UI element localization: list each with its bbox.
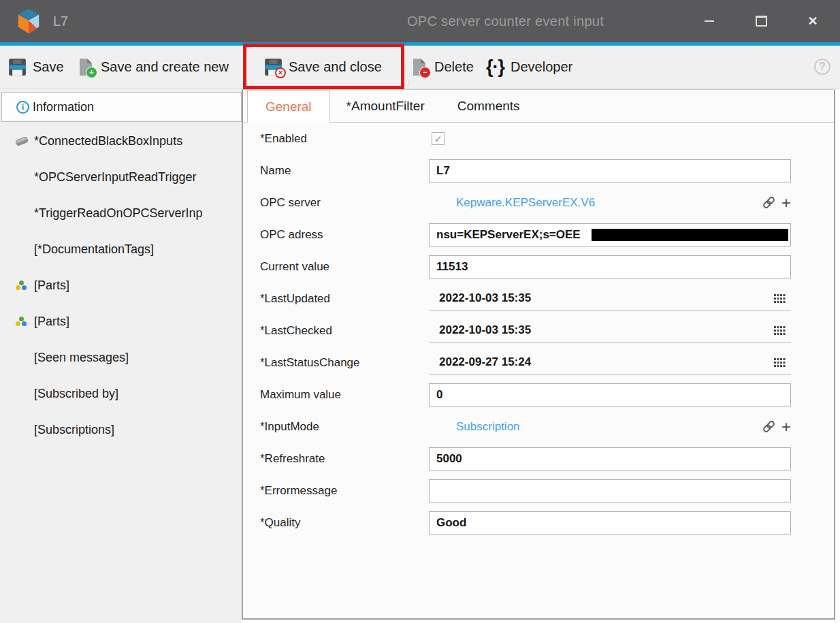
form-row-input-mode: *InputMode Subscription + bbox=[243, 411, 834, 443]
nav-label: *TriggerReadOnOPCServerInp bbox=[34, 206, 202, 221]
developer-button[interactable]: {·} Developer bbox=[486, 46, 572, 89]
last-status-change-field[interactable]: 2022-09-27 15:24 bbox=[429, 351, 791, 374]
form-row-opc-server: OPC server Kepware.KEPServerEX.V6 bbox=[243, 187, 834, 219]
help-icon[interactable]: ? bbox=[814, 59, 830, 75]
form-row-last-status-change: *LastStatusChange 2022-09-27 15:24 bbox=[243, 347, 834, 379]
nav-label: [Seen messages] bbox=[34, 351, 129, 365]
tab-comments[interactable]: Comments bbox=[441, 90, 536, 122]
sidebar-item-connected-blackbox-inputs[interactable]: *ConnectedBlackBoxInputs bbox=[0, 123, 242, 159]
tab-label: Comments bbox=[457, 99, 520, 114]
enabled-label: *Enabled bbox=[260, 132, 429, 146]
link-reference-icon[interactable] bbox=[761, 195, 777, 210]
add-reference-icon[interactable]: + bbox=[781, 419, 791, 435]
checkmark-icon: ✓ bbox=[434, 133, 442, 144]
redaction-overlay bbox=[592, 229, 788, 241]
sidebar-nav: *ConnectedBlackBoxInputs *OPCServerInput… bbox=[0, 123, 242, 448]
refresh-rate-label: *Refreshrate bbox=[260, 452, 429, 466]
information-label: Information bbox=[33, 100, 94, 114]
form-row-last-checked: *LastChecked 2022-10-03 15:35 bbox=[243, 315, 834, 347]
opc-address-label: OPC adress bbox=[260, 228, 429, 242]
refresh-rate-field[interactable] bbox=[429, 447, 791, 470]
last-checked-field[interactable]: 2022-10-03 15:35 bbox=[429, 319, 791, 342]
form-row-refresh-rate: *Refreshrate bbox=[243, 443, 834, 475]
window-title: OPC server counter event input bbox=[407, 0, 604, 42]
opc-server-link[interactable]: Kepware.KEPServerEX.V6 bbox=[456, 196, 595, 210]
form-row-quality: *Quality bbox=[243, 507, 834, 539]
form-row-opc-address: OPC adress bbox=[243, 219, 834, 251]
sidebar-item-subscribed-by[interactable]: [Subscribed by] bbox=[0, 376, 242, 412]
sidebar-item-subscriptions[interactable]: [Subscriptions] bbox=[0, 412, 242, 448]
link-reference-icon[interactable] bbox=[761, 419, 777, 434]
add-reference-icon[interactable]: + bbox=[781, 195, 791, 211]
name-label: Name bbox=[260, 164, 429, 178]
last-status-change-label: *LastStatusChange bbox=[260, 356, 429, 370]
error-message-field[interactable] bbox=[429, 479, 791, 502]
sidebar-item-trigger-read-on-opcserver[interactable]: *TriggerReadOnOPCServerInp bbox=[0, 195, 242, 231]
sidebar-item-seen-messages[interactable]: [Seen messages] bbox=[0, 340, 242, 376]
maximize-button[interactable] bbox=[749, 0, 773, 42]
general-form: *Enabled ✓ Name OPC server Kepware.KEPSe… bbox=[243, 123, 834, 539]
sidebar-item-opcserver-input-read-trigger[interactable]: *OPCServerInputReadTrigger bbox=[0, 159, 242, 195]
delete-label: Delete bbox=[434, 59, 474, 75]
current-value-field[interactable] bbox=[429, 255, 791, 278]
maximum-value-field[interactable] bbox=[429, 383, 791, 406]
developer-label: Developer bbox=[511, 59, 572, 75]
date-picker-grid-icon[interactable] bbox=[774, 294, 786, 303]
nav-label: *ConnectedBlackBoxInputs bbox=[34, 134, 182, 148]
input-mode-link[interactable]: Subscription bbox=[456, 420, 520, 434]
input-mode-label: *InputMode bbox=[260, 420, 429, 434]
close-badge-icon: ✕ bbox=[275, 67, 286, 78]
save-and-create-new-label: Save and create new bbox=[101, 59, 229, 75]
form-row-maximum-value: Maximum value bbox=[243, 379, 834, 411]
minimize-button[interactable] bbox=[698, 0, 721, 42]
form-row-error-message: *Errormessage bbox=[243, 475, 834, 507]
last-updated-field[interactable]: 2022-10-03 15:35 bbox=[429, 287, 791, 310]
tab-bar: General *AmountFilter Comments bbox=[243, 90, 834, 123]
nav-label: [Subscriptions] bbox=[34, 423, 114, 437]
toolbar: Save + Save and create new ✕ bbox=[0, 46, 840, 89]
sidebar: i Information *ConnectedBlackBoxInputs *… bbox=[0, 89, 242, 623]
document-plus-icon: + bbox=[76, 58, 95, 76]
connector-icon bbox=[15, 136, 29, 146]
date-picker-grid-icon[interactable] bbox=[774, 358, 786, 367]
code-braces-icon: {·} bbox=[486, 57, 504, 78]
close-icon: ✕ bbox=[807, 15, 818, 27]
save-and-close-button[interactable]: ✕ Save and close bbox=[264, 46, 382, 89]
sidebar-item-information[interactable]: i Information bbox=[1, 92, 242, 122]
sidebar-item-parts-2[interactable]: [Parts] bbox=[0, 304, 242, 340]
sidebar-item-parts-1[interactable]: [Parts] bbox=[0, 268, 242, 304]
app-window: L7 OPC server counter event input ✕ Save bbox=[0, 0, 840, 623]
nav-label: *OPCServerInputReadTrigger bbox=[34, 170, 196, 185]
close-button[interactable]: ✕ bbox=[801, 0, 824, 42]
quality-field[interactable] bbox=[429, 511, 791, 534]
parts-icon bbox=[16, 281, 28, 291]
form-row-name: Name bbox=[243, 155, 834, 187]
minimize-icon bbox=[705, 20, 714, 22]
last-checked-value: 2022-10-03 15:35 bbox=[439, 323, 531, 337]
last-status-change-value: 2022-09-27 15:24 bbox=[439, 355, 531, 369]
content-panel: General *AmountFilter Comments *Enabled … bbox=[242, 89, 835, 620]
enabled-checkbox[interactable]: ✓ bbox=[432, 132, 445, 145]
delete-button[interactable]: − Delete bbox=[410, 46, 474, 89]
error-message-label: *Errormessage bbox=[260, 484, 429, 498]
last-checked-label: *LastChecked bbox=[260, 324, 429, 338]
form-row-last-updated: *LastUpdated 2022-10-03 15:35 bbox=[243, 283, 834, 315]
save-button[interactable]: Save bbox=[8, 46, 64, 89]
date-picker-grid-icon[interactable] bbox=[774, 326, 786, 335]
name-field[interactable] bbox=[429, 159, 791, 182]
tab-general[interactable]: General bbox=[247, 90, 330, 123]
last-updated-value: 2022-10-03 15:35 bbox=[439, 291, 531, 305]
maximize-icon bbox=[756, 16, 767, 27]
nav-label: [Parts] bbox=[34, 278, 69, 293]
maximum-value-label: Maximum value bbox=[260, 388, 429, 402]
tab-label: *AmountFilter bbox=[346, 99, 425, 114]
form-row-enabled: *Enabled ✓ bbox=[243, 123, 834, 155]
save-and-create-new-button[interactable]: + Save and create new bbox=[76, 46, 229, 89]
opc-server-label: OPC server bbox=[260, 196, 429, 210]
current-value-label: Current value bbox=[260, 260, 429, 274]
tab-label: General bbox=[265, 99, 312, 114]
tab-amountfilter[interactable]: *AmountFilter bbox=[330, 90, 441, 122]
sidebar-item-documentation-tags[interactable]: [*DocumentationTags] bbox=[0, 231, 242, 268]
title-bar: L7 OPC server counter event input ✕ bbox=[0, 0, 840, 42]
quality-label: *Quality bbox=[260, 516, 429, 530]
